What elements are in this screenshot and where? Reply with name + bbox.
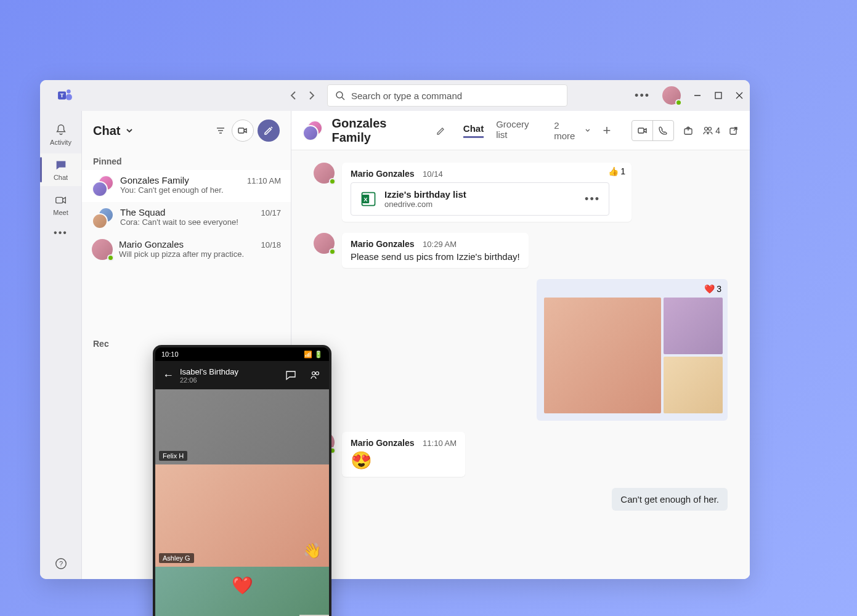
video-tile[interactable]: Felix H (155, 389, 329, 464)
new-chat-button[interactable] (258, 120, 280, 142)
chat-icon (285, 369, 297, 381)
message-reaction[interactable]: 👍 1 (608, 166, 625, 176)
excel-icon: X (360, 190, 377, 208)
svg-point-20 (709, 127, 712, 130)
phone-chat-button[interactable] (285, 369, 297, 381)
participants-button[interactable]: 4 (702, 125, 720, 136)
back-button[interactable] (290, 91, 296, 100)
image-attachment[interactable]: ❤️ 3 (537, 279, 728, 421)
message[interactable]: Mario Gonzales 10:29 AM Please send us p… (314, 233, 728, 268)
pencil-icon (436, 126, 446, 136)
svg-rect-16 (238, 128, 244, 133)
message-time: 11:10 AM (423, 439, 457, 448)
call-title: Isabel's Birthday (180, 367, 278, 376)
minimize-button[interactable] (693, 91, 702, 100)
participant-count: 4 (715, 126, 720, 136)
conversation-header: Gonzales Family Chat Grocery list 2 more… (291, 111, 750, 150)
titlebar: T Search or type a command ••• (40, 80, 750, 111)
video-icon (637, 125, 648, 136)
message-outgoing[interactable]: ❤️ 3 (314, 279, 728, 421)
svg-rect-10 (55, 197, 62, 203)
svg-text:X: X (364, 197, 368, 203)
conversation-title: Gonzales Family (331, 116, 427, 145)
forward-button[interactable] (309, 91, 315, 100)
message-time: 10/14 (423, 169, 443, 179)
svg-point-25 (312, 372, 315, 375)
tab-more[interactable]: 2 more (554, 120, 590, 141)
chat-item-squad[interactable]: The Squad 10/17 Cora: Can't wait to see … (82, 202, 291, 234)
message[interactable]: Mario Gonzales 11:10 AM 😍 (314, 432, 728, 477)
app-rail: Activity Chat Meet ••• ? (40, 111, 82, 579)
status-icons: 📶 🔋 (304, 351, 323, 359)
chat-item-name: The Squad (120, 207, 165, 217)
rail-meet[interactable]: Meet (40, 188, 81, 221)
more-options-button[interactable]: ••• (635, 89, 650, 102)
message-reaction[interactable]: ❤️ 3 (704, 284, 721, 294)
message-outgoing[interactable]: Can't get enough of her. (314, 488, 728, 511)
help-icon: ? (54, 557, 68, 570)
video-tile[interactable]: Ashley G 👋 (155, 464, 329, 567)
meet-now-button[interactable] (232, 120, 254, 142)
people-icon (702, 125, 713, 136)
message[interactable]: Mario Gonzales 10/14 👍 1 X Izzie's birth… (314, 163, 728, 222)
chat-item-preview: You: Can't get enough of her. (120, 185, 281, 195)
close-button[interactable] (735, 91, 744, 100)
audio-call-button[interactable] (653, 121, 673, 140)
avatar (314, 233, 335, 254)
message-sender: Mario Gonzales (351, 438, 414, 448)
image-thumbnail[interactable] (664, 298, 723, 354)
teams-window: T Search or type a command ••• Activity (40, 80, 750, 579)
chevron-down-icon (585, 128, 591, 134)
heart-reaction-icon: ❤️ (232, 575, 253, 596)
pinned-section-label: Pinned (82, 150, 291, 170)
rail-chat[interactable]: Chat (40, 153, 81, 186)
image-thumbnail[interactable] (664, 357, 723, 413)
filter-button[interactable] (209, 120, 232, 142)
search-placeholder: Search or type a command (351, 91, 462, 101)
user-avatar[interactable] (662, 86, 681, 105)
message-emoji: 😍 (351, 450, 457, 471)
chat-list-title[interactable]: Chat (93, 124, 134, 138)
rail-more-button[interactable]: ••• (54, 227, 68, 238)
search-input[interactable]: Search or type a command (327, 84, 567, 107)
maximize-button[interactable] (714, 91, 723, 100)
svg-rect-7 (715, 92, 721, 99)
message-sender: Mario Gonzales (351, 239, 414, 249)
video-call-button[interactable] (632, 121, 652, 140)
phone-overlay: 10:10 📶 🔋 ← Isabel's Birthday 22:06 Feli… (153, 345, 331, 616)
rail-activity[interactable]: Activity (40, 118, 81, 151)
svg-rect-3 (66, 94, 72, 100)
chat-item-time: 10/18 (261, 240, 281, 249)
help-button[interactable]: ? (54, 557, 68, 570)
file-more-button[interactable]: ••• (585, 193, 600, 206)
phone-people-button[interactable] (309, 369, 322, 381)
image-thumbnail[interactable] (544, 298, 661, 413)
share-button[interactable] (683, 125, 694, 136)
popout-icon (729, 126, 739, 136)
svg-line-5 (342, 97, 344, 100)
tab-chat[interactable]: Chat (463, 123, 484, 138)
back-button[interactable]: ← (163, 369, 174, 382)
wave-reaction-icon: 👋 (303, 542, 322, 559)
popout-button[interactable] (729, 126, 739, 136)
add-tab-button[interactable]: + (599, 123, 614, 139)
file-name: Izzie's birthday list (384, 189, 577, 200)
group-avatar (303, 120, 323, 141)
video-tile[interactable]: ❤️ 📷 (155, 567, 329, 616)
phone-call-header: ← Isabel's Birthday 22:06 (155, 361, 329, 389)
conversation-panel: Gonzales Family Chat Grocery list 2 more… (291, 111, 750, 579)
message-text: Please send us pics from Izzie's birthda… (351, 251, 520, 262)
call-buttons (632, 120, 674, 141)
chat-item-gonzales[interactable]: Gonzales Family 11:10 AM You: Can't get … (82, 170, 291, 202)
edit-title-button[interactable] (436, 126, 446, 136)
chat-item-time: 11:10 AM (247, 176, 281, 185)
participant-name: Ashley G (159, 553, 194, 563)
chevron-down-icon (125, 126, 134, 135)
rail-label: Activity (50, 139, 71, 146)
file-attachment[interactable]: X Izzie's birthday list onedrive.com ••• (351, 182, 609, 216)
filter-icon (215, 125, 226, 136)
svg-point-2 (67, 89, 71, 94)
message-text: Can't get enough of her. (612, 488, 728, 511)
chat-item-mario[interactable]: Mario Gonzales 10/18 Will pick up pizza … (82, 234, 291, 265)
tab-grocery[interactable]: Grocery list (496, 119, 542, 142)
